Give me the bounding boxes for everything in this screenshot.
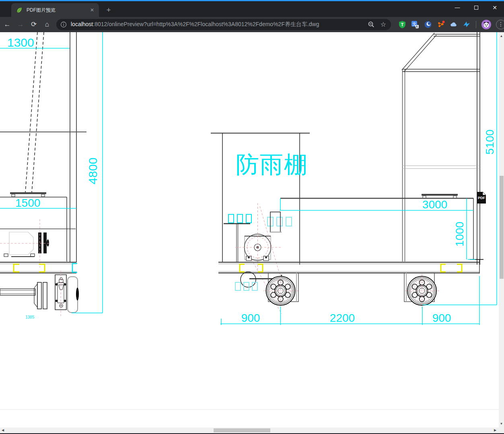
horizontal-scrollbar-thumb[interactable] (214, 428, 270, 432)
bookmark-star-icon[interactable]: ☆ (380, 21, 387, 28)
pdf-badge-text: PDF (478, 196, 485, 200)
url-text[interactable]: localhost:8012/onlinePreview?url=http%3A… (71, 21, 368, 28)
dim-900-left: 900 (241, 312, 260, 324)
scroll-right-arrow-icon[interactable]: ▶ (492, 428, 498, 433)
url-path: :8012/onlinePreview?url=http%3A%2F%2Floc… (93, 21, 319, 27)
scroll-up-arrow-icon[interactable]: ▲ (499, 33, 504, 39)
scroll-left-arrow-icon[interactable]: ◀ (0, 428, 6, 433)
extensions-row: T 文 (396, 20, 504, 29)
new-tab-button[interactable]: + (104, 6, 113, 15)
pdf-preview-page[interactable]: 1300 4800 1500 1385 3000 1000 5100 (0, 32, 499, 428)
dim-1385: 1385 (25, 315, 35, 319)
maximize-icon (474, 6, 478, 10)
vertical-scrollbar-thumb[interactable] (500, 176, 504, 279)
dim-4800: 4800 (86, 158, 99, 185)
back-button[interactable]: ← (1, 19, 13, 31)
dim-1000: 1000 (453, 222, 466, 247)
reload-button[interactable]: ⟳ (28, 19, 40, 31)
scroll-down-arrow-icon[interactable]: ▼ (499, 421, 504, 426)
window-maximize-button[interactable] (467, 1, 485, 15)
zoom-out-icon[interactable] (368, 21, 375, 28)
bird-extension-icon[interactable] (463, 21, 471, 29)
toolbar-separator (476, 21, 476, 28)
window-close-button[interactable]: ✕ (485, 1, 504, 15)
left-view (0, 32, 86, 316)
browser-window: PDF图片预览 ✕ + — ✕ ← → ⟳ ⌂ localhost:8012/o… (0, 0, 504, 434)
tampermonkey-letter: T (401, 22, 404, 27)
cloud-extension-icon[interactable] (450, 21, 458, 29)
tampermonkey-extension-icon[interactable]: T (398, 21, 406, 29)
horizontal-scrollbar[interactable]: ◀ ▶ (0, 428, 499, 433)
forward-button[interactable]: → (14, 19, 27, 31)
url-host: localhost (71, 21, 93, 27)
tab-close-icon[interactable]: ✕ (88, 6, 96, 14)
vertical-scrollbar[interactable]: ▲ ▼ (499, 32, 504, 428)
page-info-icon[interactable] (60, 21, 67, 28)
browser-toolbar: ← → ⟳ ⌂ localhost:8012/onlinePreview?url… (0, 17, 504, 32)
rain-shelter-label: 防雨棚 (236, 151, 308, 177)
dim-900-right: 900 (432, 312, 451, 324)
dim-5100: 5100 (483, 130, 496, 154)
scrollbar-corner (499, 428, 504, 433)
dim-2200: 2200 (330, 312, 355, 324)
title-bar[interactable]: PDF图片预览 ✕ + — ✕ (0, 1, 504, 17)
spring-leaf-favicon (16, 7, 23, 13)
profile-avatar[interactable] (481, 20, 491, 29)
dim-3000: 3000 (422, 198, 447, 211)
dim-1500: 1500 (15, 197, 40, 209)
tab-title: PDF图片预览 (27, 7, 88, 14)
dim-1300: 1300 (7, 36, 34, 49)
proxy-circle-extension-icon[interactable] (424, 21, 432, 29)
cad-drawing: 1300 4800 1500 1385 3000 1000 5100 (0, 32, 499, 428)
home-button[interactable]: ⌂ (41, 19, 53, 31)
right-structure (402, 32, 480, 265)
contacts-extension-icon[interactable] (437, 21, 445, 29)
address-bar[interactable]: localhost:8012/onlinePreview?url=http%3A… (56, 19, 391, 30)
browser-tab[interactable]: PDF图片预览 ✕ (11, 3, 99, 17)
window-minimize-button[interactable]: — (448, 1, 467, 15)
browser-menu-button[interactable]: ⋮ (496, 20, 504, 29)
translate-extension-icon[interactable]: 文 (411, 21, 419, 29)
pdf-file-icon[interactable]: PDF (477, 192, 486, 204)
